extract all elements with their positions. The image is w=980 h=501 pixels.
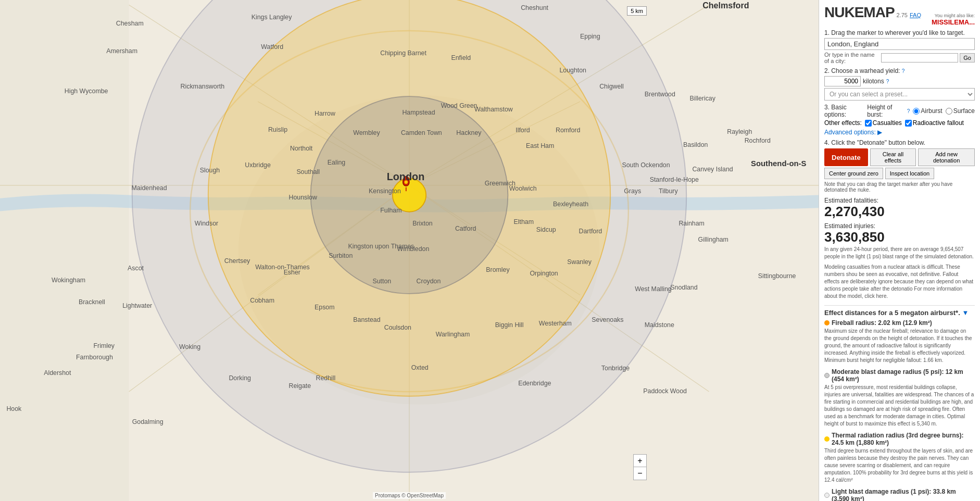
modeling-note: Modeling casualties from a nuclear attac… bbox=[824, 264, 975, 300]
svg-text:Grays: Grays bbox=[624, 187, 641, 195]
svg-text:Wokingham: Wokingham bbox=[52, 277, 85, 284]
map-zoom-controls[interactable]: + − bbox=[633, 454, 647, 480]
svg-text:Frimley: Frimley bbox=[93, 342, 115, 349]
fallout-checkbox[interactable] bbox=[905, 120, 912, 127]
svg-text:Romford: Romford bbox=[556, 127, 581, 134]
fireball-desc: Maximum size of the nuclear fireball; re… bbox=[824, 328, 975, 364]
svg-text:Farnborough: Farnborough bbox=[76, 354, 113, 361]
other-effects-label: Other effects: bbox=[824, 119, 862, 127]
zoom-out-button[interactable]: − bbox=[634, 467, 646, 480]
surface-radio[interactable] bbox=[946, 108, 952, 115]
map-svg: Aylesbury St Albans Harpenden Welwyn Gar… bbox=[0, 0, 819, 501]
moderate-blast-effect: Moderate blast damage radius (5 psi): 12… bbox=[824, 368, 975, 428]
light-blast-dot bbox=[824, 493, 830, 498]
svg-text:Swanley: Swanley bbox=[567, 258, 592, 266]
injuries-value: 3,630,850 bbox=[824, 230, 975, 245]
add-detonation-button[interactable]: Add new detonation bbox=[918, 148, 975, 166]
svg-text:Wood Green: Wood Green bbox=[441, 102, 478, 109]
injuries-label: Estimated injuries: bbox=[824, 222, 975, 230]
svg-text:London: London bbox=[387, 171, 425, 182]
scale-label: 5 km bbox=[631, 8, 643, 14]
map-scale: 5 km bbox=[627, 6, 647, 16]
svg-text:Kensington: Kensington bbox=[369, 187, 401, 195]
svg-text:Slough: Slough bbox=[200, 167, 220, 174]
svg-text:Banstead: Banstead bbox=[353, 316, 380, 323]
svg-text:Rayleigh: Rayleigh bbox=[727, 128, 752, 135]
svg-text:High Wycombe: High Wycombe bbox=[65, 87, 108, 95]
casualties-option[interactable]: Casualties bbox=[865, 119, 902, 127]
surface-option[interactable]: Surface bbox=[946, 107, 975, 115]
svg-text:Stanford-le-Hope: Stanford-le-Hope bbox=[650, 176, 699, 183]
svg-text:Chelmsford: Chelmsford bbox=[702, 1, 749, 10]
step4-section: 4. Click the "Detonate" button below. De… bbox=[824, 139, 975, 193]
svg-text:Dartford: Dartford bbox=[579, 228, 602, 235]
step2-section: 2. Choose a warhead yield: ? kilotons ? … bbox=[824, 67, 975, 101]
svg-text:Paddock Wood: Paddock Wood bbox=[643, 387, 687, 395]
svg-text:West Malling: West Malling bbox=[635, 285, 672, 293]
yield-help-icon[interactable]: ? bbox=[902, 68, 905, 74]
casualties-checkbox[interactable] bbox=[865, 120, 872, 127]
svg-text:East Ham: East Ham bbox=[526, 142, 554, 149]
step3-section: 3. Basic options: Height of burst: ? Air… bbox=[824, 104, 975, 136]
brand-might-also: You might also like: bbox=[932, 13, 975, 18]
svg-rect-2 bbox=[0, 0, 129, 501]
step2-label: 2. Choose a warhead yield: ? bbox=[824, 67, 975, 74]
svg-text:Greenwich: Greenwich bbox=[485, 180, 516, 187]
advanced-options-toggle[interactable]: Advanced options: ▶ bbox=[824, 129, 975, 136]
svg-text:Billericay: Billericay bbox=[689, 95, 715, 102]
svg-text:Maidenhead: Maidenhead bbox=[132, 184, 167, 192]
inspect-location-button[interactable]: Inspect location bbox=[885, 168, 934, 179]
thermal-desc: Third degree burns extend throughout the… bbox=[824, 447, 975, 484]
zoom-in-button[interactable]: + bbox=[634, 455, 646, 467]
svg-text:Kings Langley: Kings Langley bbox=[252, 14, 292, 21]
svg-text:Eltham: Eltham bbox=[514, 218, 534, 226]
city-prompt: Or type in the name of a city: bbox=[824, 52, 880, 64]
airburst-option[interactable]: Airburst bbox=[913, 107, 942, 115]
brand-faq-link[interactable]: FAQ bbox=[910, 12, 921, 18]
clear-effects-button[interactable]: Clear all effects bbox=[870, 148, 916, 166]
svg-text:Southall: Southall bbox=[296, 168, 320, 176]
effects-dropdown[interactable]: ▼ bbox=[962, 309, 969, 317]
airburst-radio[interactable] bbox=[913, 108, 920, 115]
svg-text:Orpington: Orpington bbox=[530, 270, 558, 277]
svg-text:Tilbury: Tilbury bbox=[659, 187, 678, 195]
svg-text:Uxbridge: Uxbridge bbox=[245, 161, 271, 169]
fallout-option[interactable]: Radioactive fallout bbox=[905, 119, 964, 127]
svg-text:Ealing: Ealing bbox=[328, 159, 345, 166]
svg-text:Kingston upon Thames: Kingston upon Thames bbox=[348, 243, 414, 250]
detonate-button[interactable]: Detonate bbox=[824, 148, 868, 166]
height-label: Height of burst: bbox=[867, 104, 903, 118]
svg-text:Lightwater: Lightwater bbox=[122, 302, 152, 309]
yield-input[interactable] bbox=[824, 76, 861, 86]
go-button[interactable]: Go bbox=[960, 53, 975, 62]
stat-note: In any given 24-hour period, there are o… bbox=[824, 246, 975, 260]
svg-text:Catford: Catford bbox=[455, 225, 476, 232]
kilotons-help-icon[interactable]: ? bbox=[886, 79, 889, 84]
thermal-title: Thermal radiation radius (3rd degree bur… bbox=[824, 432, 975, 446]
svg-text:Canvey Island: Canvey Island bbox=[692, 166, 733, 173]
svg-text:Cheshunt: Cheshunt bbox=[521, 4, 548, 11]
svg-text:Bracknell: Bracknell bbox=[79, 298, 105, 306]
svg-text:Harrow: Harrow bbox=[315, 110, 335, 117]
burst-options-row: 3. Basic options: Height of burst: ? Air… bbox=[824, 104, 975, 118]
preset-select[interactable]: Or you can select a preset... bbox=[824, 88, 975, 101]
svg-text:Bromley: Bromley bbox=[486, 266, 510, 273]
action-buttons-row: Detonate Clear all effects Add new deton… bbox=[824, 148, 975, 166]
height-help-icon[interactable]: ? bbox=[907, 108, 910, 114]
brand-missilemap-link[interactable]: MISSILEMA... bbox=[932, 18, 975, 26]
fatalities-label: Estimated fatalities: bbox=[824, 197, 975, 204]
svg-text:Coulsdon: Coulsdon bbox=[384, 324, 411, 331]
moderate-blast-desc: At 5 psi overpressure, most residential … bbox=[824, 384, 975, 428]
brand-header: NUKEMAP 2.75 FAQ You might also like: MI… bbox=[824, 4, 975, 26]
svg-text:Epping: Epping bbox=[580, 33, 600, 40]
svg-text:Maidstone: Maidstone bbox=[645, 321, 674, 329]
brand-nukemap: NUKEMAP bbox=[824, 4, 895, 21]
svg-text:Ascot: Ascot bbox=[128, 265, 144, 272]
center-ground-zero-button[interactable]: Center ground zero bbox=[824, 168, 883, 179]
location-input[interactable] bbox=[824, 38, 975, 50]
drag-note: Note that you can drag the target marker… bbox=[824, 181, 975, 193]
svg-text:Fulham: Fulham bbox=[380, 207, 401, 214]
svg-text:Warlingham: Warlingham bbox=[436, 331, 470, 338]
city-search-input[interactable] bbox=[881, 53, 958, 62]
map-container[interactable]: Aylesbury St Albans Harpenden Welwyn Gar… bbox=[0, 0, 819, 501]
